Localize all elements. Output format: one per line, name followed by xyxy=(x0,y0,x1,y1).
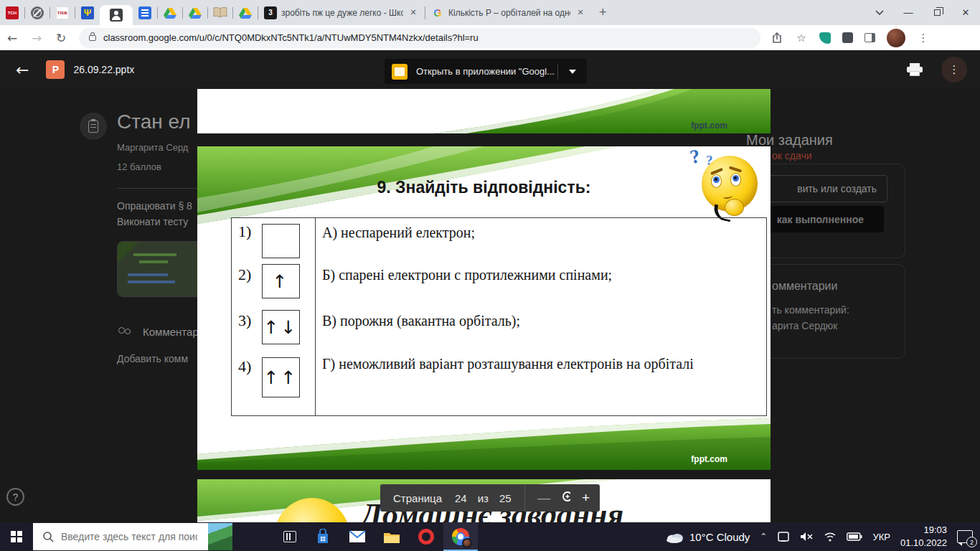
taskbar-search-box[interactable] xyxy=(33,523,232,550)
print-icon[interactable] xyxy=(907,63,923,76)
taskbar-clock[interactable]: 19:03 01.10.2022 xyxy=(900,524,947,549)
chevron-down-icon xyxy=(569,70,576,74)
browser-tab-strip: ТСН ТИЖ Ψ 3 зробіть пж це дуже легко - Ш… xyxy=(0,0,980,25)
tab-search-chevron-icon[interactable] xyxy=(865,0,894,25)
search-highlight-image[interactable] xyxy=(208,523,232,550)
close-tab-icon[interactable]: ✕ xyxy=(407,7,419,19)
divider xyxy=(117,188,199,189)
taskbar-app-chrome-active[interactable] xyxy=(443,522,478,551)
wifi-icon[interactable] xyxy=(824,532,837,542)
taskbar-app-store[interactable] xyxy=(306,522,340,551)
extension-dark-icon[interactable] xyxy=(842,32,853,43)
add-class-comment-link[interactable]: Добавить комм xyxy=(117,353,188,364)
pinned-tab-gov[interactable]: Ψ xyxy=(75,1,100,25)
back-icon[interactable]: ← xyxy=(0,31,24,45)
row-number: 3) xyxy=(238,311,251,330)
fppt-watermark: fppt.com xyxy=(691,121,727,131)
class-comments-row[interactable]: Комментар xyxy=(117,326,199,338)
zoom-out-button[interactable]: — xyxy=(537,491,550,506)
pinned-tab-drive-2[interactable] xyxy=(183,1,207,25)
action-center-icon[interactable]: 2 xyxy=(957,530,973,543)
close-window-button[interactable]: ✕ xyxy=(951,0,980,25)
address-bar[interactable]: classroom.google.com/u/0/c/NTQ0MDkxNTc5N… xyxy=(79,28,760,48)
file-name: 26.09.22.pptx xyxy=(73,64,134,75)
clipboard-icon xyxy=(88,121,98,133)
bookmark-star-icon[interactable]: ☆ xyxy=(795,32,808,44)
reload-icon[interactable]: ↻ xyxy=(49,31,73,45)
green-swoosh-decoration xyxy=(197,89,771,133)
search-input[interactable] xyxy=(61,531,197,542)
profile-mini-avatar xyxy=(462,538,472,548)
volume-muted-icon[interactable] xyxy=(800,532,814,542)
tray-expand-chevron-icon[interactable]: ⌃ xyxy=(760,532,767,542)
extension-green-icon[interactable] xyxy=(819,32,831,44)
url-text: classroom.google.com/u/0/c/NTQ0MDkxNTc5N… xyxy=(103,32,479,43)
open-in-app-button[interactable]: Открыть в приложении "Googl... xyxy=(385,59,587,84)
tablet-mode-icon[interactable] xyxy=(777,532,790,542)
side-panel-icon[interactable] xyxy=(864,33,875,42)
search-icon xyxy=(43,532,54,542)
taskbar-app-mail[interactable] xyxy=(340,522,374,551)
task-view-icon xyxy=(283,531,296,542)
thinking-emoji: ? ? xyxy=(689,147,768,222)
weather-widget[interactable]: 10°C Cloudy xyxy=(665,531,750,543)
chrome-icon xyxy=(452,528,469,545)
back-arrow-icon[interactable]: ← xyxy=(16,61,29,79)
pinned-tab-globe[interactable] xyxy=(25,1,50,25)
cloud-icon xyxy=(665,531,684,543)
pinned-tab-tsn[interactable]: ТСН xyxy=(0,1,24,25)
open-with-dropdown[interactable] xyxy=(558,70,587,74)
windows-logo-icon xyxy=(11,531,22,542)
pinned-tab-news[interactable]: ТИЖ xyxy=(50,1,75,25)
taskbar-app-explorer[interactable] xyxy=(374,522,409,551)
more-options-kebab-icon[interactable]: ⋮ xyxy=(941,57,967,83)
menu-kebab-icon[interactable]: ⋮ xyxy=(917,32,930,44)
open-in-app-label: Открыть в приложении "Googl... xyxy=(416,66,555,77)
tab-homework-question[interactable]: 3 зробіть пж це дуже легко - Шко ✕ xyxy=(258,1,425,25)
restore-icon xyxy=(934,9,941,16)
drive-favicon-icon xyxy=(189,7,202,19)
help-button[interactable]: ? xyxy=(6,488,24,506)
add-private-comment-link[interactable]: ть комментарий: xyxy=(772,304,849,316)
zoom-magnifier-icon[interactable] xyxy=(562,491,570,505)
row-number: 1) xyxy=(238,222,251,241)
due-date-text: ок сдачи xyxy=(772,150,812,161)
weather-text: 10°C Cloudy xyxy=(689,531,750,543)
window-controls: — ✕ xyxy=(865,0,980,25)
new-tab-button[interactable]: + xyxy=(599,5,607,20)
pinned-tab-drive-1[interactable] xyxy=(158,1,182,25)
attachment-thumbnail[interactable] xyxy=(117,241,210,297)
google-slides-icon xyxy=(392,64,407,80)
time-text: 19:03 xyxy=(900,524,947,537)
row-number: 4) xyxy=(238,357,251,376)
pinned-tab-docs[interactable] xyxy=(133,1,157,25)
restore-button[interactable] xyxy=(923,0,951,25)
language-indicator[interactable]: УКР xyxy=(872,532,890,542)
tab-orbitals-search[interactable]: G Кількість Р – орбіталей на одно ✕ xyxy=(425,1,592,25)
answer-option: В) порожня (вакантна орбіталь); xyxy=(322,313,520,329)
answer-option: А) неспарений електрон; xyxy=(322,225,475,241)
pinned-tab-drive-3[interactable] xyxy=(233,1,258,25)
microsoft-store-icon xyxy=(315,529,331,545)
of-label: из xyxy=(478,492,489,504)
site-favicon-icon: 3 xyxy=(264,6,277,19)
orbital-box-empty xyxy=(262,224,300,258)
forward-icon[interactable]: → xyxy=(24,31,49,45)
zoom-in-button[interactable]: + xyxy=(582,490,590,506)
pinned-tab-book[interactable] xyxy=(208,1,232,25)
news-favicon-icon: ТИЖ xyxy=(56,6,69,19)
tab-title: зробіть пж це дуже легко - Шко xyxy=(281,8,403,18)
start-button[interactable] xyxy=(0,522,33,551)
taskbar-app-opera[interactable] xyxy=(409,522,443,551)
date-text: 01.10.2022 xyxy=(900,537,947,550)
lock-icon[interactable] xyxy=(89,35,96,41)
close-tab-icon[interactable]: ✕ xyxy=(575,7,586,19)
battery-icon[interactable] xyxy=(847,532,862,541)
share-icon[interactable] xyxy=(771,32,783,44)
minimize-button[interactable]: — xyxy=(894,0,923,25)
system-tray: 10°C Cloudy ⌃ УКР 19:03 01.10.2022 2 xyxy=(665,524,980,549)
row-number: 2) xyxy=(238,265,251,284)
profile-avatar[interactable] xyxy=(887,29,905,47)
active-pinned-tab-classroom[interactable] xyxy=(100,5,133,25)
task-view-button[interactable] xyxy=(274,522,306,551)
